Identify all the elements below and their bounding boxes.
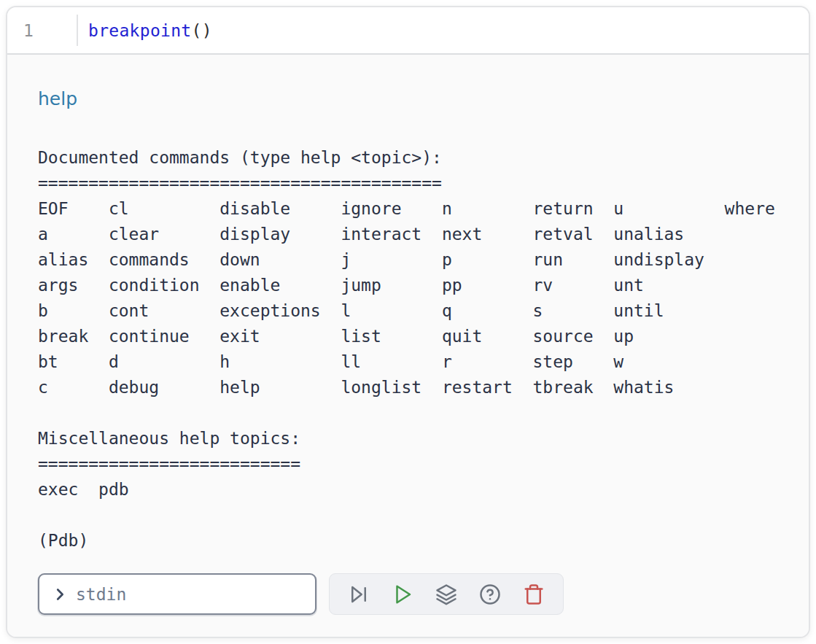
editor-gutter: 1 — [7, 7, 77, 53]
snippets-button[interactable] — [432, 581, 460, 608]
console-controls — [38, 573, 564, 615]
code-token-function: breakpoint — [88, 21, 191, 40]
step-button[interactable] — [345, 581, 373, 608]
code-token-parens: () — [191, 21, 211, 40]
prompt-chevron-icon — [52, 586, 68, 602]
line-number: 1 — [23, 21, 34, 40]
stdin-box[interactable] — [38, 573, 316, 615]
skip-forward-icon — [348, 583, 370, 605]
help-circle-icon — [479, 583, 501, 605]
layers-icon — [435, 583, 457, 605]
code-line[interactable]: breakpoint() — [78, 7, 809, 53]
console-output: Documented commands (type help <topic>):… — [38, 145, 800, 554]
play-icon — [392, 583, 413, 605]
help-button[interactable] — [476, 581, 504, 608]
code-editor[interactable]: 1 breakpoint() — [7, 7, 809, 55]
stdin-input[interactable] — [76, 585, 309, 604]
echoed-command: help — [38, 88, 800, 110]
trash-icon — [523, 583, 545, 605]
toolbar — [329, 573, 564, 615]
python-runner-widget: 1 breakpoint() help Documented commands … — [6, 6, 810, 638]
clear-button[interactable] — [520, 581, 548, 608]
run-button[interactable] — [389, 581, 416, 608]
console-panel: help Documented commands (type help <top… — [7, 55, 809, 638]
